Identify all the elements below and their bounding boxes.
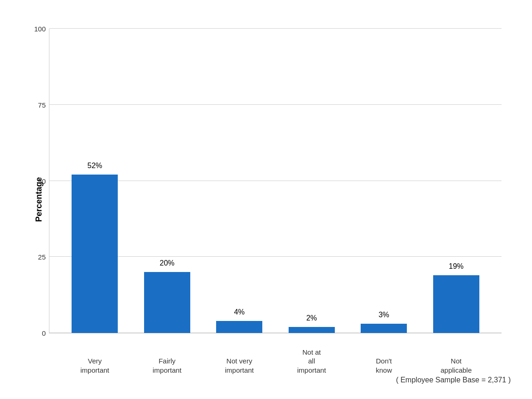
y-tick-label: 0 [42, 329, 46, 337]
bar: 52% [72, 175, 118, 333]
bars-area: 52%Veryimportant20%Fairlyimportant4%Not … [49, 29, 502, 333]
y-tick-label: 50 [38, 177, 46, 185]
bar-value-label: 52% [87, 162, 102, 170]
x-axis-label: Fairlyimportant [142, 357, 193, 375]
bar: 3% [361, 324, 407, 333]
bar-group: 20%Fairlyimportant [131, 29, 204, 333]
bar-group: 52%Veryimportant [59, 29, 131, 333]
bar-value-label: 2% [306, 314, 317, 322]
x-axis-label: Don'tknow [358, 357, 409, 375]
x-axis-label: Notapplicable [431, 357, 482, 375]
bar: 20% [144, 272, 190, 333]
x-axis-label: Not atallimportant [286, 348, 337, 375]
bar-value-label: 3% [379, 311, 389, 319]
chart-container: Percentage 0255075100 52%Veryimportant20… [12, 10, 520, 389]
bar-group: 2%Not atallimportant [276, 29, 348, 333]
bar: 2% [289, 327, 335, 333]
sample-base: ( Employee Sample Base = 2,371 ) [396, 376, 511, 384]
bar-value-label: 20% [160, 259, 175, 267]
bar: 19% [433, 275, 479, 333]
bar-group: 3%Don'tknow [348, 29, 420, 333]
bar-group: 4%Not veryimportant [203, 29, 276, 333]
x-axis-label: Not veryimportant [214, 357, 265, 375]
bar-value-label: 4% [234, 308, 245, 316]
y-tick-label: 25 [38, 253, 46, 261]
chart-area: 0255075100 52%Veryimportant20%Fairlyimpo… [49, 29, 502, 333]
bar-value-label: 19% [449, 262, 464, 271]
bar-group: 19%Notapplicable [420, 29, 493, 333]
x-axis-label: Veryimportant [69, 357, 120, 375]
bar: 4% [216, 321, 262, 333]
y-tick-label: 100 [34, 25, 46, 33]
y-tick-label: 75 [38, 101, 46, 109]
